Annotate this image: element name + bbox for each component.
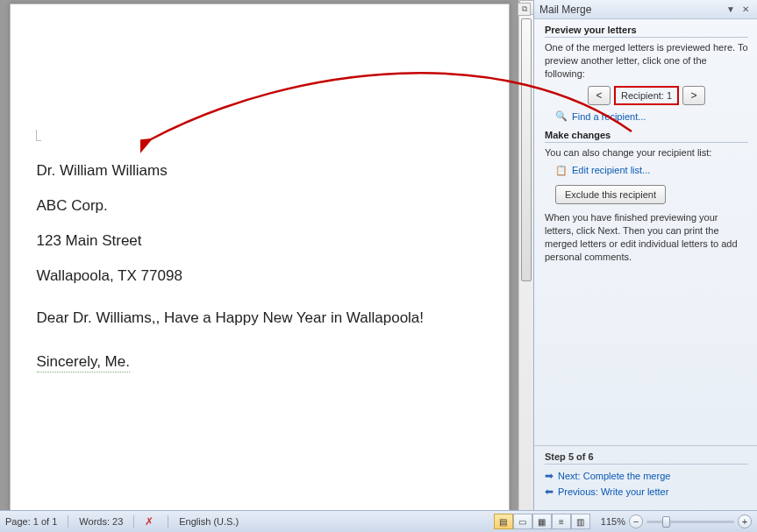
taskpane-toggle-icon[interactable]: ⧉ xyxy=(518,3,531,16)
pane-menu-button[interactable]: ▼ xyxy=(725,4,737,16)
status-sep xyxy=(133,515,134,528)
doc-greeting-line: Dear Dr. Williams,, Have a Happy New Yea… xyxy=(37,309,482,327)
doc-name-line: Dr. William Williams xyxy=(37,162,482,180)
proofing-errors-icon[interactable]: ✗ xyxy=(145,515,154,528)
find-recipient-label: Find a recipient... xyxy=(572,111,646,122)
doc-city-line: Wallapoola, TX 77098 xyxy=(37,267,482,285)
status-words[interactable]: Words: 23 xyxy=(79,516,123,527)
preview-heading: Preview your letters xyxy=(545,25,748,38)
edit-list-icon: 📋 xyxy=(555,164,568,176)
full-screen-reading-view-button[interactable]: ▭ xyxy=(513,514,532,529)
prev-step-label: Previous: Write your letter xyxy=(558,486,668,497)
outline-view-button[interactable]: ≡ xyxy=(552,514,571,529)
step-indicator: Step 5 of 6 xyxy=(545,451,748,465)
arrow-left-icon: ⬅ xyxy=(545,486,553,498)
preview-text: One of the merged letters is previewed h… xyxy=(545,41,748,81)
pane-title: Mail Merge xyxy=(539,4,722,16)
vertical-scrollbar[interactable]: ▲ ▼ ▲ ● ▼ xyxy=(518,0,533,532)
vscroll-track[interactable] xyxy=(519,15,533,532)
next-step-link[interactable]: ➡ Next: Complete the merge xyxy=(545,470,748,482)
pane-header: Mail Merge ▼ ✕ xyxy=(534,0,757,19)
prev-recipient-button[interactable]: < xyxy=(588,86,611,105)
edit-recipient-list-label: Edit recipient list... xyxy=(572,165,650,175)
changes-text1: You can also change your recipient list: xyxy=(545,146,748,160)
document-area: Dr. William Williams ABC Corp. 123 Main … xyxy=(0,0,533,510)
tab-stop-marker xyxy=(36,130,41,141)
recipient-indicator: Recipient: 1 xyxy=(614,86,679,105)
next-recipient-button[interactable]: > xyxy=(682,86,705,105)
status-bar: Page: 1 of 1 Words: 23 ✗ English (U.S.) … xyxy=(0,510,757,532)
find-recipient-link[interactable]: 🔍 Find a recipient... xyxy=(555,110,748,123)
status-page[interactable]: Page: 1 of 1 xyxy=(5,516,57,527)
zoom-in-button[interactable]: + xyxy=(738,514,752,528)
next-step-label: Next: Complete the merge xyxy=(558,471,670,481)
prev-step-link[interactable]: ⬅ Previous: Write your letter xyxy=(545,486,748,498)
doc-company-line: ABC Corp. xyxy=(37,197,482,215)
pane-close-button[interactable]: ✕ xyxy=(739,4,752,16)
zoom-out-button[interactable]: − xyxy=(629,514,643,528)
exclude-recipient-button[interactable]: Exclude this recipient xyxy=(555,185,666,204)
mail-merge-pane: ⧉ Mail Merge ▼ ✕ Preview your letters On… xyxy=(533,0,757,510)
view-buttons: ▤ ▭ ▦ ≡ ▥ xyxy=(494,514,590,529)
web-layout-view-button[interactable]: ▦ xyxy=(532,514,552,529)
vscroll-thumb[interactable] xyxy=(521,18,532,281)
edit-recipient-list-link[interactable]: 📋 Edit recipient list... xyxy=(555,164,748,176)
print-layout-view-button[interactable]: ▤ xyxy=(494,514,513,529)
search-icon: 🔍 xyxy=(555,110,568,123)
doc-street-line: 123 Main Street xyxy=(37,232,482,250)
changes-heading: Make changes xyxy=(545,130,748,143)
zoom-level[interactable]: 115% xyxy=(601,516,625,527)
changes-text2: When you have finished previewing your l… xyxy=(545,211,748,263)
doc-closing-line: Sincerely, Me. xyxy=(37,353,130,372)
status-sep xyxy=(68,515,68,528)
document-viewport[interactable]: Dr. William Williams ABC Corp. 123 Main … xyxy=(0,0,518,532)
zoom-slider-thumb[interactable] xyxy=(662,516,670,528)
zoom-slider[interactable] xyxy=(646,521,734,523)
arrow-right-icon: ➡ xyxy=(545,470,553,482)
status-sep xyxy=(168,515,168,528)
zoom-controls: 115% − + xyxy=(601,514,752,528)
draft-view-button[interactable]: ▥ xyxy=(571,514,590,529)
status-language[interactable]: English (U.S.) xyxy=(179,516,239,527)
page[interactable]: Dr. William Williams ABC Corp. 123 Main … xyxy=(10,4,510,532)
